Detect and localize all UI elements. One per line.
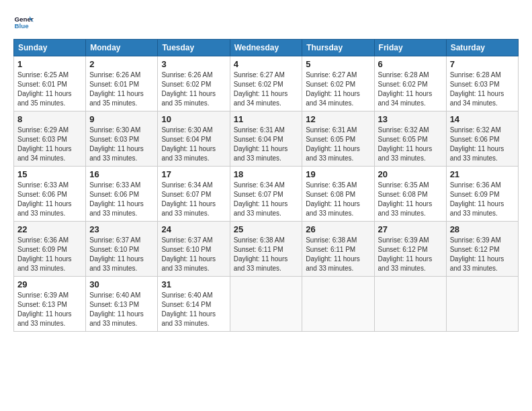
day-info: Sunrise: 6:26 AM Sunset: 6:02 PM Dayligh… bbox=[161, 71, 226, 108]
day-info: Sunrise: 6:29 AM Sunset: 6:03 PM Dayligh… bbox=[17, 126, 82, 163]
day-info: Sunrise: 6:40 AM Sunset: 6:13 PM Dayligh… bbox=[89, 291, 154, 328]
calendar-cell: 15Sunrise: 6:33 AM Sunset: 6:06 PM Dayli… bbox=[14, 167, 86, 222]
day-number: 31 bbox=[161, 279, 226, 289]
day-header-thursday: Thursday bbox=[302, 40, 374, 56]
calendar-cell: 27Sunrise: 6:39 AM Sunset: 6:12 PM Dayli… bbox=[374, 222, 446, 277]
calendar-cell: 13Sunrise: 6:32 AM Sunset: 6:05 PM Dayli… bbox=[374, 111, 446, 167]
day-info: Sunrise: 6:40 AM Sunset: 6:14 PM Dayligh… bbox=[161, 291, 226, 328]
day-number: 8 bbox=[17, 114, 82, 124]
day-header-monday: Monday bbox=[86, 40, 158, 56]
day-info: Sunrise: 6:30 AM Sunset: 6:04 PM Dayligh… bbox=[161, 126, 226, 163]
day-number: 17 bbox=[161, 169, 226, 179]
day-info: Sunrise: 6:27 AM Sunset: 6:02 PM Dayligh… bbox=[306, 71, 370, 108]
day-number: 4 bbox=[234, 59, 299, 69]
day-number: 23 bbox=[89, 224, 154, 234]
day-number: 1 bbox=[17, 59, 82, 69]
day-info: Sunrise: 6:35 AM Sunset: 6:08 PM Dayligh… bbox=[306, 181, 370, 218]
calendar-cell: 22Sunrise: 6:36 AM Sunset: 6:09 PM Dayli… bbox=[14, 222, 86, 277]
calendar-cell: 12Sunrise: 6:31 AM Sunset: 6:05 PM Dayli… bbox=[302, 111, 374, 167]
calendar-cell: 3Sunrise: 6:26 AM Sunset: 6:02 PM Daylig… bbox=[158, 56, 230, 111]
calendar-cell: 17Sunrise: 6:34 AM Sunset: 6:07 PM Dayli… bbox=[158, 167, 230, 222]
week-row-1: 1Sunrise: 6:25 AM Sunset: 6:01 PM Daylig… bbox=[14, 56, 519, 111]
calendar-cell: 26Sunrise: 6:38 AM Sunset: 6:11 PM Dayli… bbox=[302, 222, 374, 277]
day-number: 19 bbox=[306, 169, 370, 179]
day-number: 28 bbox=[450, 224, 515, 234]
day-number: 12 bbox=[306, 114, 370, 124]
day-number: 3 bbox=[161, 59, 226, 69]
calendar-cell: 28Sunrise: 6:39 AM Sunset: 6:12 PM Dayli… bbox=[446, 222, 518, 277]
page-container: General Blue SundayMondayTuesdayWednesda… bbox=[0, 0, 532, 338]
day-header-saturday: Saturday bbox=[446, 40, 518, 56]
calendar-cell bbox=[446, 277, 518, 332]
day-info: Sunrise: 6:28 AM Sunset: 6:03 PM Dayligh… bbox=[450, 71, 515, 108]
day-info: Sunrise: 6:31 AM Sunset: 6:05 PM Dayligh… bbox=[306, 126, 370, 163]
calendar-cell: 7Sunrise: 6:28 AM Sunset: 6:03 PM Daylig… bbox=[446, 56, 518, 111]
day-number: 10 bbox=[161, 114, 226, 124]
day-number: 9 bbox=[89, 114, 154, 124]
week-row-2: 8Sunrise: 6:29 AM Sunset: 6:03 PM Daylig… bbox=[14, 111, 519, 167]
calendar-cell: 31Sunrise: 6:40 AM Sunset: 6:14 PM Dayli… bbox=[158, 277, 230, 332]
day-info: Sunrise: 6:39 AM Sunset: 6:13 PM Dayligh… bbox=[17, 291, 82, 328]
calendar-cell: 30Sunrise: 6:40 AM Sunset: 6:13 PM Dayli… bbox=[86, 277, 158, 332]
day-number: 16 bbox=[89, 169, 154, 179]
day-info: Sunrise: 6:39 AM Sunset: 6:12 PM Dayligh… bbox=[378, 236, 443, 273]
calendar-cell: 1Sunrise: 6:25 AM Sunset: 6:01 PM Daylig… bbox=[14, 56, 86, 111]
calendar-cell: 8Sunrise: 6:29 AM Sunset: 6:03 PM Daylig… bbox=[14, 111, 86, 167]
week-row-5: 29Sunrise: 6:39 AM Sunset: 6:13 PM Dayli… bbox=[14, 277, 519, 332]
day-header-wednesday: Wednesday bbox=[230, 40, 302, 56]
day-number: 18 bbox=[234, 169, 299, 179]
day-header-tuesday: Tuesday bbox=[158, 40, 230, 56]
day-header-sunday: Sunday bbox=[14, 40, 86, 56]
day-info: Sunrise: 6:37 AM Sunset: 6:10 PM Dayligh… bbox=[89, 236, 154, 273]
svg-text:Blue: Blue bbox=[15, 22, 30, 30]
logo: General Blue bbox=[13, 12, 36, 32]
calendar-cell bbox=[374, 277, 446, 332]
day-info: Sunrise: 6:32 AM Sunset: 6:05 PM Dayligh… bbox=[378, 126, 443, 163]
day-info: Sunrise: 6:34 AM Sunset: 6:07 PM Dayligh… bbox=[234, 181, 299, 218]
day-number: 25 bbox=[234, 224, 299, 234]
calendar-cell: 16Sunrise: 6:33 AM Sunset: 6:06 PM Dayli… bbox=[86, 167, 158, 222]
day-info: Sunrise: 6:33 AM Sunset: 6:06 PM Dayligh… bbox=[17, 181, 82, 218]
logo-icon: General Blue bbox=[13, 12, 34, 32]
calendar-cell bbox=[230, 277, 302, 332]
week-row-4: 22Sunrise: 6:36 AM Sunset: 6:09 PM Dayli… bbox=[14, 222, 519, 277]
day-info: Sunrise: 6:27 AM Sunset: 6:02 PM Dayligh… bbox=[234, 71, 299, 108]
day-header-friday: Friday bbox=[374, 40, 446, 56]
day-info: Sunrise: 6:37 AM Sunset: 6:10 PM Dayligh… bbox=[161, 236, 226, 273]
day-number: 27 bbox=[378, 224, 443, 234]
day-info: Sunrise: 6:31 AM Sunset: 6:04 PM Dayligh… bbox=[234, 126, 299, 163]
week-row-3: 15Sunrise: 6:33 AM Sunset: 6:06 PM Dayli… bbox=[14, 167, 519, 222]
day-info: Sunrise: 6:30 AM Sunset: 6:03 PM Dayligh… bbox=[89, 126, 154, 163]
day-number: 22 bbox=[17, 224, 82, 234]
day-number: 20 bbox=[378, 169, 443, 179]
day-number: 24 bbox=[161, 224, 226, 234]
day-info: Sunrise: 6:34 AM Sunset: 6:07 PM Dayligh… bbox=[161, 181, 226, 218]
calendar-cell: 25Sunrise: 6:38 AM Sunset: 6:11 PM Dayli… bbox=[230, 222, 302, 277]
day-number: 5 bbox=[306, 59, 370, 69]
day-info: Sunrise: 6:36 AM Sunset: 6:09 PM Dayligh… bbox=[17, 236, 82, 273]
day-info: Sunrise: 6:35 AM Sunset: 6:08 PM Dayligh… bbox=[378, 181, 443, 218]
day-number: 2 bbox=[89, 59, 154, 69]
day-info: Sunrise: 6:28 AM Sunset: 6:02 PM Dayligh… bbox=[378, 71, 443, 108]
header: General Blue bbox=[13, 12, 519, 32]
day-number: 30 bbox=[89, 279, 154, 289]
day-number: 13 bbox=[378, 114, 443, 124]
day-info: Sunrise: 6:32 AM Sunset: 6:06 PM Dayligh… bbox=[450, 126, 515, 163]
day-info: Sunrise: 6:36 AM Sunset: 6:09 PM Dayligh… bbox=[450, 181, 515, 218]
calendar-cell: 20Sunrise: 6:35 AM Sunset: 6:08 PM Dayli… bbox=[374, 167, 446, 222]
day-info: Sunrise: 6:25 AM Sunset: 6:01 PM Dayligh… bbox=[17, 71, 82, 108]
day-number: 15 bbox=[17, 169, 82, 179]
calendar-cell: 18Sunrise: 6:34 AM Sunset: 6:07 PM Dayli… bbox=[230, 167, 302, 222]
calendar-cell: 11Sunrise: 6:31 AM Sunset: 6:04 PM Dayli… bbox=[230, 111, 302, 167]
calendar-cell bbox=[302, 277, 374, 332]
calendar-cell: 24Sunrise: 6:37 AM Sunset: 6:10 PM Dayli… bbox=[158, 222, 230, 277]
day-number: 26 bbox=[306, 224, 370, 234]
calendar-cell: 23Sunrise: 6:37 AM Sunset: 6:10 PM Dayli… bbox=[86, 222, 158, 277]
day-info: Sunrise: 6:33 AM Sunset: 6:06 PM Dayligh… bbox=[89, 181, 154, 218]
calendar-cell: 19Sunrise: 6:35 AM Sunset: 6:08 PM Dayli… bbox=[302, 167, 374, 222]
day-info: Sunrise: 6:26 AM Sunset: 6:01 PM Dayligh… bbox=[89, 71, 154, 108]
day-number: 14 bbox=[450, 114, 515, 124]
calendar-cell: 4Sunrise: 6:27 AM Sunset: 6:02 PM Daylig… bbox=[230, 56, 302, 111]
calendar-cell: 2Sunrise: 6:26 AM Sunset: 6:01 PM Daylig… bbox=[86, 56, 158, 111]
calendar-table: SundayMondayTuesdayWednesdayThursdayFrid… bbox=[13, 39, 519, 332]
